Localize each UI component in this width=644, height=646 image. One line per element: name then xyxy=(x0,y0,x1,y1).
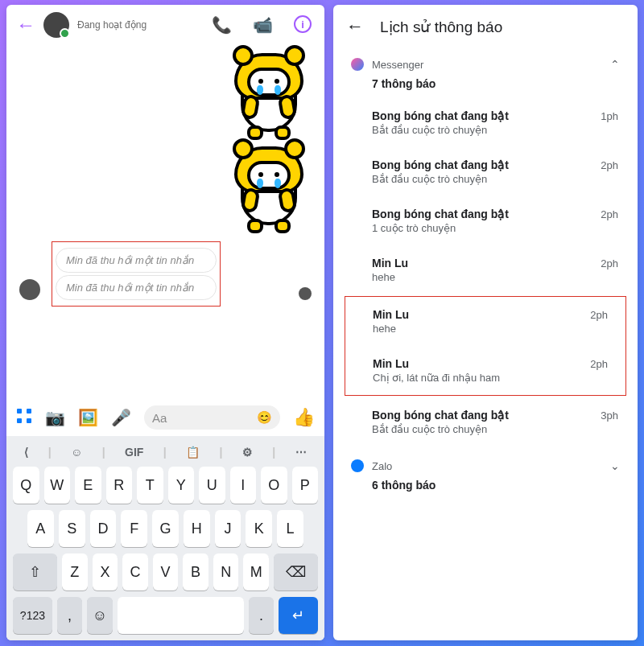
message-placeholder: Aa xyxy=(152,411,257,425)
sticker-chimmy-icon xyxy=(225,50,313,138)
space-key[interactable] xyxy=(118,597,244,634)
info-icon[interactable]: i xyxy=(294,15,312,33)
key-f[interactable]: F xyxy=(121,510,147,547)
contact-status: Đang hoạt động xyxy=(77,19,212,31)
backspace-key[interactable]: ⌫ xyxy=(274,553,318,590)
messenger-screen: ← Đang hoạt động 📞 📹 i Min đã thu hồi mộ xyxy=(6,5,324,640)
key-o[interactable]: O xyxy=(261,467,287,504)
notif-time: 2ph xyxy=(590,309,608,321)
chat-area[interactable]: Min đã thu hồi một tin nhắn Min đã thu h… xyxy=(6,43,324,399)
notification-item[interactable]: Bong bóng chat đang bật 1 cuộc trò chuyệ… xyxy=(335,196,636,245)
recalled-message[interactable]: Min đã thu hồi một tin nhắn xyxy=(56,248,217,273)
key-m[interactable]: M xyxy=(243,553,269,590)
chat-header: ← Đang hoạt động 📞 📹 i xyxy=(6,5,324,43)
notification-item[interactable]: Min Lu hehe 2ph xyxy=(335,245,636,294)
key-t[interactable]: T xyxy=(137,467,163,504)
notif-subtitle: Chị ơi, lát nữa đi nhậu ham xyxy=(373,372,609,384)
key-n[interactable]: N xyxy=(213,553,239,590)
notif-title: Bong bóng chat đang bật xyxy=(372,158,620,171)
kbd-clipboard-icon[interactable]: 📋 xyxy=(186,446,200,459)
notif-subtitle: Bắt đầu cuộc trò chuyện xyxy=(372,124,620,136)
nh-header: ← Lịch sử thông báo xyxy=(333,5,638,45)
key-l[interactable]: L xyxy=(277,510,303,547)
notif-title: Min Lu xyxy=(373,308,609,321)
notif-title: Min Lu xyxy=(373,357,609,370)
video-call-icon[interactable]: 📹 xyxy=(253,15,273,35)
notif-time: 1ph xyxy=(601,110,618,122)
more-apps-icon[interactable] xyxy=(16,408,32,428)
key-g[interactable]: G xyxy=(152,510,179,547)
notif-title: Bong bóng chat đang bật xyxy=(372,109,620,122)
key-y[interactable]: Y xyxy=(168,467,195,504)
keyboard-row-2: ASDFGHJKL xyxy=(10,510,321,547)
notif-subtitle: hehe xyxy=(373,323,609,335)
sticker-chimmy-icon xyxy=(225,143,313,232)
shift-key[interactable]: ⇧ xyxy=(13,553,57,590)
key-p[interactable]: P xyxy=(292,467,319,504)
key-d[interactable]: D xyxy=(90,510,117,547)
comma-key[interactable]: , xyxy=(57,597,82,634)
notif-time: 2ph xyxy=(601,257,618,270)
message-sticker[interactable] xyxy=(14,50,316,138)
back-icon[interactable]: ← xyxy=(16,14,35,36)
key-s[interactable]: S xyxy=(59,510,85,547)
call-icon[interactable]: 📞 xyxy=(212,15,232,35)
notif-time: 2ph xyxy=(601,159,618,171)
like-icon[interactable]: 👍 xyxy=(293,407,315,428)
keyboard: ⟨| ☺| GIF| 📋| ⚙| ⋯ QWERTYUIOP ASDFGHJKL … xyxy=(6,436,324,640)
seen-avatar xyxy=(299,287,312,300)
key-z[interactable]: Z xyxy=(62,553,88,590)
enter-key[interactable]: ↵ xyxy=(279,597,318,634)
app-section-messenger[interactable]: Messenger ⌃ 7 thông báo xyxy=(335,50,636,98)
contact-avatar[interactable] xyxy=(43,12,69,38)
emoji-key[interactable]: ☺ xyxy=(87,597,112,634)
mic-icon[interactable]: 🎤 xyxy=(111,408,131,427)
key-v[interactable]: V xyxy=(153,553,179,590)
key-i[interactable]: I xyxy=(230,467,257,504)
key-b[interactable]: B xyxy=(183,553,208,590)
key-x[interactable]: X xyxy=(93,553,118,590)
svg-rect-3 xyxy=(27,418,31,423)
notification-item[interactable]: Min Lu hehe 2ph xyxy=(345,297,625,346)
page-title: Lịch sử thông báo xyxy=(380,18,502,36)
notification-item[interactable]: Bong bóng chat đang bật Bắt đầu cuộc trò… xyxy=(335,98,636,147)
message-sticker[interactable] xyxy=(14,143,316,232)
kbd-gif-button[interactable]: GIF xyxy=(125,446,143,459)
app-section-zalo[interactable]: Zalo ⌄ 6 thông báo xyxy=(335,451,636,500)
kbd-expand-icon[interactable]: ⟨ xyxy=(24,446,28,459)
emoji-icon[interactable]: 😊 xyxy=(257,410,272,425)
back-icon[interactable]: ← xyxy=(346,16,364,37)
key-h[interactable]: H xyxy=(184,510,210,547)
notif-title: Bong bóng chat đang bật xyxy=(372,409,620,422)
notification-item[interactable]: Bong bóng chat đang bật Bắt đầu cuộc trò… xyxy=(335,147,636,196)
key-u[interactable]: U xyxy=(199,467,225,504)
svg-rect-0 xyxy=(17,409,22,414)
key-c[interactable]: C xyxy=(122,553,148,590)
key-j[interactable]: J xyxy=(215,510,242,547)
symbols-key[interactable]: ?123 xyxy=(13,597,52,634)
chevron-down-icon[interactable]: ⌄ xyxy=(610,459,620,472)
app-count: 7 thông báo xyxy=(351,71,620,93)
notification-item[interactable]: Bong bóng chat đang bật Bắt đầu cuộc trò… xyxy=(335,397,636,446)
kbd-settings-icon[interactable]: ⚙ xyxy=(242,446,253,459)
period-key[interactable]: . xyxy=(249,597,274,634)
gallery-icon[interactable]: 🖼️ xyxy=(78,408,98,427)
key-w[interactable]: W xyxy=(44,467,71,504)
kbd-more-icon[interactable]: ⋯ xyxy=(295,446,307,459)
app-count: 6 thông báo xyxy=(351,472,620,495)
key-q[interactable]: Q xyxy=(13,467,39,504)
sender-avatar[interactable] xyxy=(19,279,40,300)
key-r[interactable]: R xyxy=(106,467,133,504)
key-a[interactable]: A xyxy=(27,510,54,547)
message-input[interactable]: Aa 😊 xyxy=(144,405,280,430)
kbd-sticker-icon[interactable]: ☺ xyxy=(71,446,82,459)
notif-time: 2ph xyxy=(601,208,618,220)
app-name: Zalo xyxy=(372,460,602,472)
camera-icon[interactable]: 📷 xyxy=(45,408,65,427)
key-e[interactable]: E xyxy=(75,467,101,504)
chevron-up-icon[interactable]: ⌃ xyxy=(610,58,620,71)
key-k[interactable]: K xyxy=(246,510,272,547)
notification-item[interactable]: Min Lu Chị ơi, lát nữa đi nhậu ham 2ph xyxy=(345,346,625,395)
nh-body[interactable]: Messenger ⌃ 7 thông báo Bong bóng chat đ… xyxy=(333,45,638,640)
notif-subtitle: 1 cuộc trò chuyện xyxy=(372,222,620,234)
